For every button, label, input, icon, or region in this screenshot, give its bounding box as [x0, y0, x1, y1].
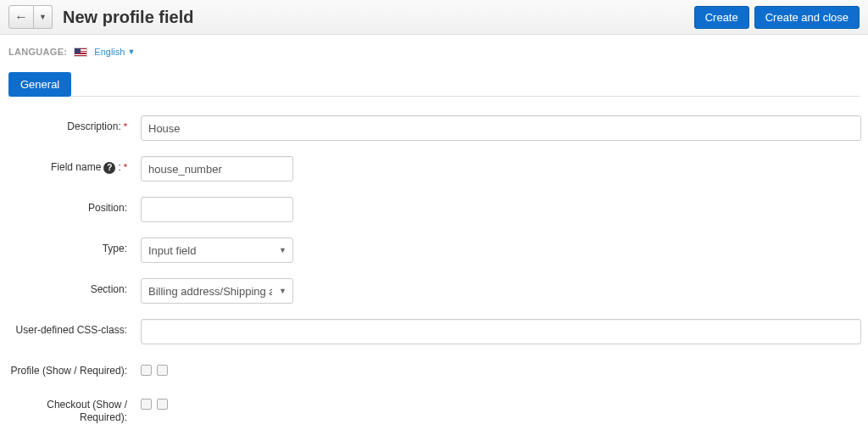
caret-down-icon: ▼ — [127, 47, 135, 56]
row-profile-show-required: Profile (Show / Required): — [8, 360, 860, 378]
tabs-bar: General — [8, 72, 860, 97]
css-class-input[interactable] — [141, 319, 861, 344]
profile-required-checkbox[interactable] — [157, 365, 168, 376]
position-input[interactable] — [141, 197, 293, 222]
label-profile: Profile (Show / Required): — [8, 360, 132, 378]
form-body: Description: * Field name ? : * Position… — [8, 115, 860, 425]
tab-general[interactable]: General — [8, 72, 71, 97]
label-css-class: User-defined CSS-class: — [8, 319, 132, 338]
back-button-group: ← ▼ — [8, 5, 53, 29]
back-dropdown-button[interactable]: ▼ — [34, 5, 53, 29]
row-field-name: Field name ? : * — [8, 156, 860, 182]
label-field-name: Field name ? : * — [8, 156, 132, 175]
label-checkout: Checkout (Show / Required): — [8, 394, 132, 425]
row-checkout-show-required: Checkout (Show / Required): — [8, 394, 860, 425]
row-description: Description: * — [8, 115, 860, 141]
header-left: ← ▼ New profile field — [8, 5, 193, 29]
row-css-class: User-defined CSS-class: — [8, 319, 860, 344]
row-type: Type: Input field — [8, 237, 860, 263]
row-position: Position: — [8, 197, 860, 222]
checkout-show-checkbox[interactable] — [141, 399, 152, 410]
label-position: Position: — [8, 197, 132, 215]
language-label: LANGUAGE: — [8, 47, 67, 57]
us-flag-icon — [74, 47, 87, 57]
checkout-required-checkbox[interactable] — [157, 399, 168, 410]
row-section: Section: Billing address/Shipping addres… — [8, 278, 860, 304]
help-icon[interactable]: ? — [103, 162, 115, 174]
page-title: New profile field — [63, 8, 193, 27]
language-current: English — [94, 47, 125, 57]
language-dropdown[interactable]: English ▼ — [94, 47, 135, 57]
section-select-wrap: Billing address/Shipping address — [141, 278, 293, 304]
section-select[interactable]: Billing address/Shipping address — [141, 278, 293, 304]
caret-down-icon: ▼ — [39, 13, 47, 21]
create-and-close-button[interactable]: Create and close — [754, 6, 860, 29]
label-description: Description: * — [8, 115, 132, 134]
required-marker: * — [124, 161, 127, 173]
header-actions: Create Create and close — [694, 6, 860, 29]
type-select-wrap: Input field — [141, 237, 293, 263]
language-selector-row: LANGUAGE: English ▼ — [8, 47, 860, 57]
label-section: Section: — [8, 278, 132, 297]
profile-show-checkbox[interactable] — [141, 365, 152, 376]
required-marker: * — [124, 120, 127, 132]
header-bar: ← ▼ New profile field Create Create and … — [0, 0, 868, 35]
field-name-input[interactable] — [141, 156, 293, 182]
arrow-left-icon: ← — [14, 9, 28, 25]
label-type: Type: — [8, 237, 132, 256]
description-input[interactable] — [141, 115, 861, 141]
back-button[interactable]: ← — [8, 5, 34, 29]
create-button[interactable]: Create — [694, 6, 749, 29]
type-select[interactable]: Input field — [141, 237, 293, 263]
content-area: LANGUAGE: English ▼ General Description:… — [0, 35, 868, 447]
